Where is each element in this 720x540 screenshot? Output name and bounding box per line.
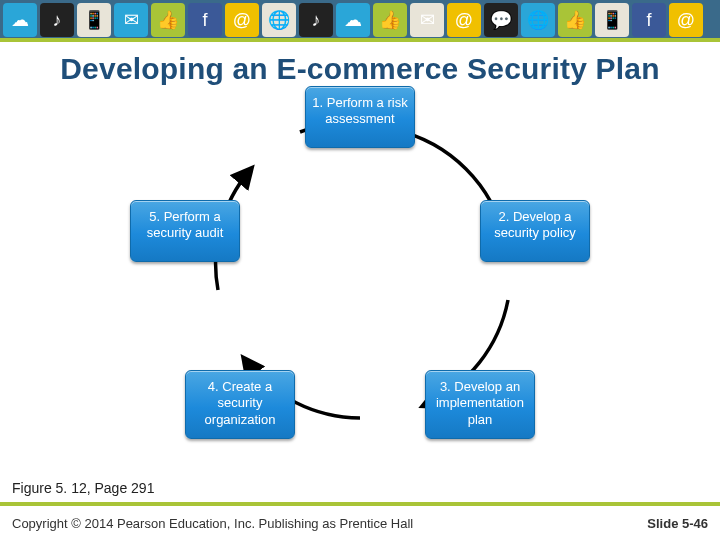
step-security-organization: 4. Create a security organization [185, 370, 295, 439]
banner-tile-icon: f [632, 3, 666, 37]
step-number: 1. [312, 95, 323, 110]
cycle-diagram: 1. Perform a risk assessment 2. Develop … [130, 90, 590, 450]
banner-tile-icon: ♪ [40, 3, 74, 37]
banner-tile-icon: ✉ [410, 3, 444, 37]
banner-tile-icon: 👍 [151, 3, 185, 37]
banner-tile-icon: @ [225, 3, 259, 37]
step-implementation-plan: 3. Develop an implementation plan [425, 370, 535, 439]
copyright-text: Copyright © 2014 Pearson Education, Inc.… [12, 516, 413, 531]
banner-tile-icon: @ [447, 3, 481, 37]
page-title: Developing an E-commerce Security Plan [0, 52, 720, 86]
step-security-policy: 2. Develop a security policy [480, 200, 590, 262]
figure-caption: Figure 5. 12, Page 291 [12, 480, 154, 496]
banner-tile-icon: 💬 [484, 3, 518, 37]
step-label: Perform a risk assessment [325, 95, 407, 126]
banner-tile-icon: ☁ [336, 3, 370, 37]
step-number: 3. [440, 379, 451, 394]
banner-tile-icon: ✉ [114, 3, 148, 37]
slide-footer: Copyright © 2014 Pearson Education, Inc.… [0, 506, 720, 540]
step-security-audit: 5. Perform a security audit [130, 200, 240, 262]
banner-tile-icon: @ [669, 3, 703, 37]
step-risk-assessment: 1. Perform a risk assessment [305, 86, 415, 148]
decorative-banner: ☁♪📱✉👍f@🌐♪☁👍✉@💬🌐👍📱f@ [0, 0, 720, 42]
banner-tile-icon: ♪ [299, 3, 333, 37]
banner-tile-icon: 📱 [595, 3, 629, 37]
banner-tile-icon: 👍 [373, 3, 407, 37]
banner-tile-icon: 📱 [77, 3, 111, 37]
banner-tile-icon: 🌐 [262, 3, 296, 37]
slide-number: Slide 5-46 [647, 516, 708, 531]
step-number: 5. [149, 209, 160, 224]
banner-tile-icon: ☁ [3, 3, 37, 37]
banner-tiles: ☁♪📱✉👍f@🌐♪☁👍✉@💬🌐👍📱f@ [0, 0, 720, 42]
banner-tile-icon: f [188, 3, 222, 37]
step-number: 2. [498, 209, 509, 224]
banner-tile-icon: 🌐 [521, 3, 555, 37]
banner-tile-icon: 👍 [558, 3, 592, 37]
step-number: 4. [208, 379, 219, 394]
banner-divider [0, 38, 720, 42]
